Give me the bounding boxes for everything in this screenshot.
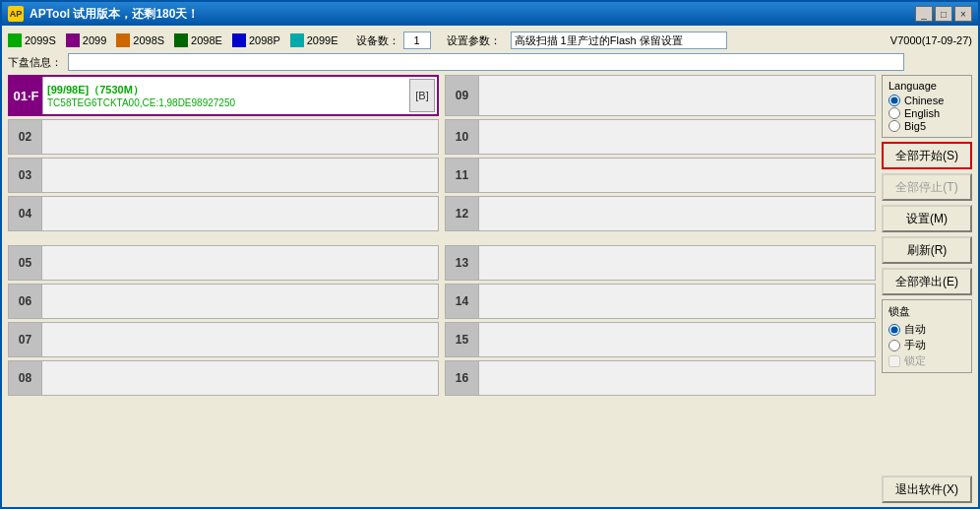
slot-number-03: 03 xyxy=(9,159,42,192)
radio-auto[interactable]: 自动 xyxy=(888,322,965,337)
slot-number-02: 02 xyxy=(9,120,42,154)
radio-english-input[interactable] xyxy=(888,107,900,119)
eject-all-button[interactable]: 全部弹出(E) xyxy=(882,268,972,295)
close-button[interactable]: × xyxy=(954,6,972,22)
slot-row-05[interactable]: 05 xyxy=(8,245,439,281)
slot-content-10 xyxy=(479,120,875,154)
slot-row-12[interactable]: 12 xyxy=(445,196,876,231)
disk-info-input[interactable] xyxy=(68,53,904,71)
title-bar-left: AP APTool 试用版本，还剩180天！ xyxy=(8,6,199,23)
separator-left xyxy=(8,234,439,242)
slot-number-05: 05 xyxy=(9,246,42,280)
settings-button[interactable]: 设置(M) xyxy=(882,205,972,232)
lock-checkbox-label: 锁定 xyxy=(904,353,926,368)
disk-info-label: 下盘信息： xyxy=(8,55,62,70)
right-panel: Language Chinese English Big5 全部 xyxy=(882,75,972,503)
slot-number-15: 15 xyxy=(446,323,479,356)
slot-row-02[interactable]: 02 xyxy=(8,119,439,155)
maximize-button[interactable]: □ xyxy=(935,6,952,22)
title-buttons: _ □ × xyxy=(915,6,972,22)
legend-label-2098e: 2098E xyxy=(191,34,222,46)
main-window: AP APTool 试用版本，还剩180天！ _ □ × 2099S 2099 … xyxy=(0,0,980,509)
slot-content-01: [99/98E]（7530M） TC58TEG6TCKTA00,CE:1,98D… xyxy=(43,77,407,114)
radio-big5[interactable]: Big5 xyxy=(888,120,965,132)
legend-dot-2098e xyxy=(174,33,188,47)
slot-row-15[interactable]: 15 xyxy=(445,322,876,357)
slot-row-08[interactable]: 08 xyxy=(8,360,439,396)
slot-number-09: 09 xyxy=(446,76,479,115)
radio-chinese-input[interactable] xyxy=(888,95,900,106)
slot-content-16 xyxy=(479,361,875,395)
radio-manual-input[interactable] xyxy=(888,340,900,351)
slot-number-13: 13 xyxy=(446,246,479,280)
slot-content-11 xyxy=(479,159,875,192)
left-column: 01·F [99/98E]（7530M） TC58TEG6TCKTA00,CE:… xyxy=(8,75,439,503)
refresh-button[interactable]: 刷新(R) xyxy=(882,236,972,264)
legend-2099: 2099 xyxy=(66,33,106,47)
legend-2098s: 2098S xyxy=(116,33,164,47)
slot-number-14: 14 xyxy=(446,285,479,318)
slot-content-08 xyxy=(42,361,438,395)
legend-2099e: 2099E xyxy=(290,33,338,47)
slot-row-03[interactable]: 03 xyxy=(8,158,439,193)
language-group-title: Language xyxy=(888,80,965,92)
spacer xyxy=(882,377,972,472)
version-label: V7000(17-09-27) xyxy=(890,34,972,46)
slot-row-09[interactable]: 09 xyxy=(445,75,876,116)
slot-badge-01: [B] xyxy=(409,79,435,112)
window-title: APTool 试用版本，还剩180天！ xyxy=(30,6,199,23)
lock-group: 锁盘 自动 手动 锁定 xyxy=(882,299,972,373)
disk-info-bar: 下盘信息： xyxy=(8,53,972,71)
slot-number-07: 07 xyxy=(9,323,42,356)
slot-content-09 xyxy=(479,76,875,115)
grid-area: 01·F [99/98E]（7530M） TC58TEG6TCKTA00,CE:… xyxy=(8,75,876,503)
radio-manual-label: 手动 xyxy=(904,338,926,352)
device-count-label: 设备数： xyxy=(356,33,399,48)
main-layout: 01·F [99/98E]（7530M） TC58TEG6TCKTA00,CE:… xyxy=(8,75,972,503)
stop-all-button[interactable]: 全部停止(T) xyxy=(882,173,972,201)
legend-label-2099e: 2099E xyxy=(307,34,338,46)
radio-english-label: English xyxy=(904,107,940,119)
radio-big5-label: Big5 xyxy=(904,120,926,132)
radio-auto-input[interactable] xyxy=(888,324,900,336)
slot-number-01: 01·F xyxy=(10,77,43,114)
slot-row-07[interactable]: 07 xyxy=(8,322,439,357)
legend-dot-2099 xyxy=(66,33,80,47)
radio-manual[interactable]: 手动 xyxy=(888,338,965,352)
start-all-button[interactable]: 全部开始(S) xyxy=(882,142,972,169)
legend-2098p: 2098P xyxy=(232,33,280,47)
slot-number-16: 16 xyxy=(446,361,479,395)
slot-content-14 xyxy=(479,285,875,318)
legend-2099s: 2099S xyxy=(8,33,56,47)
slot-row-04[interactable]: 04 xyxy=(8,196,439,231)
grid-columns: 01·F [99/98E]（7530M） TC58TEG6TCKTA00,CE:… xyxy=(8,75,876,503)
radio-big5-input[interactable] xyxy=(888,120,900,132)
legend-label-2098s: 2098S xyxy=(133,34,164,46)
radio-english[interactable]: English xyxy=(888,107,965,119)
slot-row-14[interactable]: 14 xyxy=(445,284,876,319)
param-label: 设置参数： xyxy=(447,33,501,48)
legend-bar: 2099S 2099 2098S 2098E 2098P 2099E xyxy=(8,30,972,51)
radio-chinese[interactable]: Chinese xyxy=(888,95,965,106)
legend-dot-2098p xyxy=(232,33,246,47)
right-column: 09 10 11 xyxy=(445,75,876,503)
exit-button[interactable]: 退出软件(X) xyxy=(882,476,972,503)
slot-number-10: 10 xyxy=(446,120,479,154)
device-count-input[interactable] xyxy=(403,32,431,49)
lock-checkbox[interactable] xyxy=(888,355,900,367)
slot-row-01[interactable]: 01·F [99/98E]（7530M） TC58TEG6TCKTA00,CE:… xyxy=(8,75,439,116)
slot-row-13[interactable]: 13 xyxy=(445,245,876,281)
slot-row-06[interactable]: 06 xyxy=(8,284,439,319)
slot-row-16[interactable]: 16 xyxy=(445,360,876,396)
slot-number-12: 12 xyxy=(446,197,479,230)
app-icon: AP xyxy=(8,6,24,22)
slot-number-11: 11 xyxy=(446,159,479,192)
slot-content-05 xyxy=(42,246,438,280)
checkbox-lock[interactable]: 锁定 xyxy=(888,353,965,368)
param-input[interactable] xyxy=(511,32,727,49)
slot-content-12 xyxy=(479,197,875,230)
minimize-button[interactable]: _ xyxy=(915,6,933,22)
slot-row-10[interactable]: 10 xyxy=(445,119,876,155)
slot-row-11[interactable]: 11 xyxy=(445,158,876,193)
separator-right xyxy=(445,234,876,242)
